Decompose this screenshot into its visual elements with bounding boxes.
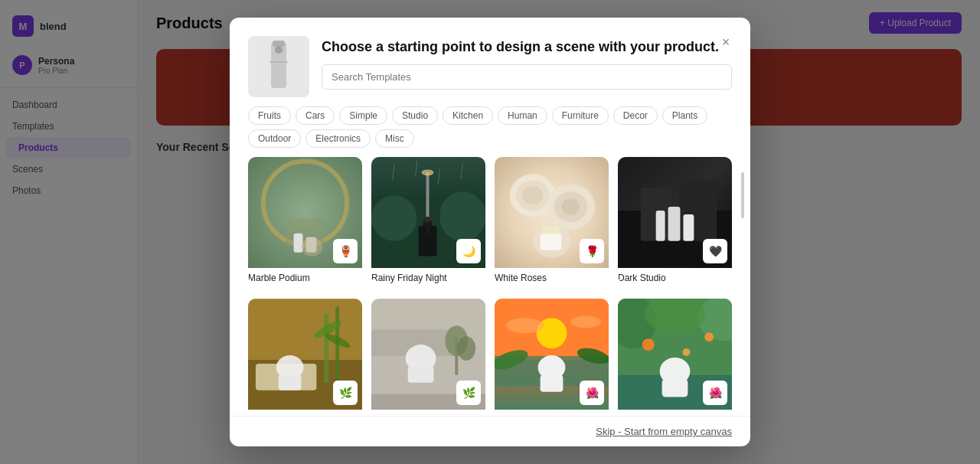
product-preview [248, 36, 309, 97]
filter-fruits[interactable]: Fruits [248, 106, 291, 125]
svg-rect-35 [683, 214, 694, 241]
close-button[interactable]: × [717, 33, 735, 51]
template-grid-row2: 🌿 Morning Soul [248, 299, 732, 416]
hawaii-beach-1-icon: 🌺 [580, 381, 604, 405]
filter-human[interactable]: Human [498, 106, 547, 125]
template-img-dark-studio: 🖤 [618, 157, 732, 268]
filter-tags-container: Fruits Cars Simple Studio Kitchen Human … [230, 97, 750, 157]
marble-podium-label: Marble Podium [248, 273, 362, 283]
template-white-roses[interactable]: 🌹 White Roses [495, 157, 609, 283]
rainy-friday-icon: 🌙 [456, 239, 481, 263]
filter-electronics[interactable]: Electronics [305, 129, 371, 148]
close-icon: × [722, 34, 730, 51]
template-morning-soul-1[interactable]: 🌿 Morning Soul [248, 299, 362, 416]
scroll-indicator [741, 157, 744, 416]
svg-rect-44 [279, 375, 302, 390]
template-chooser-modal: × Choose a starting point to design a sc… [230, 18, 750, 446]
svg-rect-28 [541, 234, 562, 250]
filter-kitchen[interactable]: Kitchen [443, 106, 493, 125]
modal-body: 🏺 Marble Podium [230, 157, 750, 416]
dark-studio-icon: 🖤 [703, 239, 727, 263]
template-hawaii-beach-2[interactable]: 🌺 Hawaii Beach [618, 299, 732, 416]
svg-line-13 [416, 161, 417, 176]
template-marble-podium[interactable]: 🏺 Marble Podium [248, 157, 362, 283]
hawaii-beach-2-icon: 🌺 [703, 381, 727, 405]
filter-simple[interactable]: Simple [339, 106, 387, 125]
svg-point-2 [275, 46, 283, 54]
svg-line-15 [461, 163, 462, 178]
search-input[interactable] [322, 64, 732, 90]
template-img-hawaii-beach-2: 🌺 [618, 299, 732, 410]
filter-studio[interactable]: Studio [392, 106, 438, 125]
svg-rect-72 [662, 379, 688, 397]
svg-rect-53 [408, 366, 434, 383]
svg-rect-6 [294, 234, 303, 253]
dark-studio-label: Dark Studio [618, 273, 732, 283]
svg-point-17 [422, 169, 434, 175]
morning-soul-2-label: Morning Soul [371, 414, 485, 416]
template-hawaii-beach-1[interactable]: 🌺 Hawaii Beach [495, 299, 609, 416]
filter-outdoor[interactable]: Outdoor [248, 129, 301, 148]
hawaii-beach-2-label: Hawaii Beach [618, 414, 732, 416]
svg-rect-20 [425, 217, 431, 222]
svg-rect-3 [270, 61, 288, 63]
modal-header: Choose a starting point to design a scen… [230, 18, 750, 97]
marble-podium-icon: 🏺 [333, 239, 358, 263]
svg-point-8 [302, 238, 323, 257]
svg-point-51 [457, 336, 475, 361]
svg-rect-18 [419, 226, 437, 257]
template-rainy-friday[interactable]: 🌙 Rainy Friday Night [371, 157, 485, 283]
morning-soul-1-icon: 🌿 [333, 381, 358, 405]
filter-decor[interactable]: Decor [613, 106, 658, 125]
svg-point-56 [506, 318, 544, 333]
template-img-morning-soul-1: 🌿 [248, 299, 362, 410]
template-grid: 🏺 Marble Podium [248, 157, 732, 289]
white-roses-icon: 🌹 [580, 239, 604, 263]
skip-button[interactable]: Skip - Start from empty canvas [596, 426, 732, 437]
svg-rect-33 [656, 211, 665, 241]
filter-cars[interactable]: Cars [296, 106, 335, 125]
filter-plants[interactable]: Plants [662, 106, 707, 125]
morning-soul-1-label: Morning Soul [248, 414, 362, 416]
svg-rect-62 [541, 375, 564, 392]
svg-point-69 [682, 348, 690, 356]
svg-rect-10 [371, 195, 417, 241]
svg-point-23 [522, 186, 544, 204]
svg-line-14 [438, 168, 439, 184]
svg-rect-1 [273, 41, 285, 47]
modal-footer: Skip - Start from empty canvas [230, 416, 750, 446]
svg-point-26 [561, 198, 580, 215]
svg-rect-31 [641, 188, 671, 241]
svg-rect-34 [668, 207, 681, 241]
modal-title: Choose a starting point to design a scen… [322, 39, 732, 55]
rainy-friday-label: Rainy Friday Night [371, 273, 485, 283]
template-img-morning-soul-2: 🌿 [371, 299, 485, 410]
svg-rect-11 [439, 191, 485, 241]
template-morning-soul-2[interactable]: 🌿 Morning Soul [371, 299, 485, 416]
template-img-rainy-friday: 🌙 [371, 157, 485, 268]
svg-point-57 [570, 315, 601, 328]
morning-soul-2-icon: 🌿 [456, 381, 481, 405]
template-img-marble-podium: 🏺 [248, 157, 362, 268]
template-img-white-roses: 🌹 [495, 157, 609, 268]
product-preview-svg [256, 38, 302, 96]
scroll-thumb [741, 172, 744, 218]
svg-point-68 [704, 332, 714, 341]
modal-overlay: × Choose a starting point to design a sc… [0, 0, 980, 464]
white-roses-label: White Roses [495, 273, 609, 283]
modal-title-area: Choose a starting point to design a scen… [322, 36, 732, 90]
filter-furniture[interactable]: Furniture [552, 106, 609, 125]
template-img-hawaii-beach-1: 🌺 [495, 299, 609, 410]
template-dark-studio[interactable]: 🖤 Dark Studio [618, 157, 732, 283]
hawaii-beach-1-label: Hawaii Beach [495, 414, 609, 416]
filter-misc[interactable]: Misc [375, 129, 414, 148]
svg-line-12 [393, 165, 394, 180]
svg-point-67 [642, 338, 655, 351]
svg-rect-29 [543, 226, 560, 235]
